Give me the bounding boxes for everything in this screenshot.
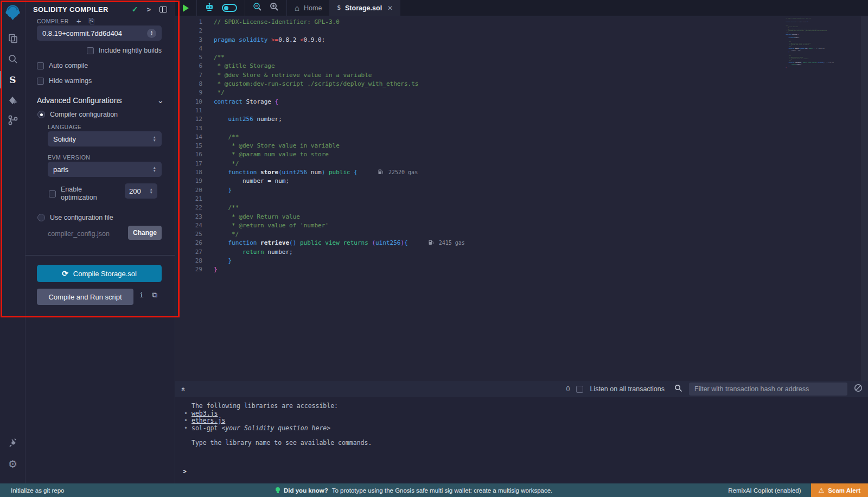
auto-compile-checkbox[interactable] [37, 62, 44, 69]
code-line[interactable]: 13 [175, 124, 465, 133]
plugin-manager-icon[interactable] [0, 434, 25, 453]
code-editor[interactable]: 1// SPDX-License-Identifier: GPL-3.023pr… [175, 16, 868, 381]
copilot-toggle[interactable] [222, 4, 237, 12]
code-line[interactable]: 8 * @custom:dev-run-script ./scripts/dep… [175, 80, 465, 88]
code-line[interactable]: 16 * @param num value to store [786, 44, 851, 46]
change-config-button[interactable]: Change [128, 226, 162, 240]
code-line[interactable]: 5/** [786, 24, 851, 26]
code-line[interactable]: 6 * @title Storage [786, 26, 851, 28]
code-line[interactable]: 15 * @dev Store value in variable [175, 142, 465, 150]
code-line[interactable]: 21 [175, 195, 465, 203]
code-line[interactable]: 15 * @dev Store value in variable [786, 42, 851, 44]
code-line[interactable]: 26 function retrieve() public view retur… [175, 239, 465, 247]
code-line[interactable]: 14 /** [175, 133, 465, 142]
code-line[interactable]: 24 * @return value of 'number' [786, 58, 851, 60]
open-file-icon[interactable]: ⎘ [89, 17, 94, 26]
tab-home[interactable]: ⌂ Home [287, 0, 329, 16]
evm-version-select[interactable]: paris ▲▼ [48, 162, 162, 177]
copy-icon[interactable]: ⧉ [152, 291, 157, 300]
info-icon[interactable]: i [139, 291, 144, 300]
code-line[interactable]: 20 } [175, 186, 465, 195]
remix-logo[interactable] [3, 3, 22, 22]
tab-storage-sol[interactable]: S Storage.sol ✕ [329, 0, 400, 16]
scam-alert-badge[interactable]: ⚠ Scam Alert [811, 483, 868, 497]
compile-button[interactable]: ⟳ Compile Storage.sol [37, 265, 162, 282]
minimap[interactable]: 1// SPDX-License-Identifier: GPL-3.023pr… [786, 17, 851, 289]
terminal[interactable]: The following libraries are accessible:•… [175, 397, 868, 483]
code-line[interactable]: 10contract Storage { [175, 98, 465, 106]
code-line[interactable]: 26 function retrieve() public view retur… [786, 61, 851, 63]
search-icon[interactable] [0, 50, 25, 68]
code-line[interactable]: 3pragma solidity >=0.8.2 <0.9.0; [175, 36, 465, 44]
ai-copilot-robot-icon[interactable] [205, 3, 214, 14]
zoom-out-icon[interactable] [253, 2, 262, 14]
listen-all-transactions-checkbox[interactable] [576, 386, 583, 393]
code-line[interactable]: 22 /** [786, 54, 851, 56]
code-line[interactable]: 23 * @dev Return value [175, 213, 465, 221]
code-line[interactable]: 18 function store(uint256 num) public { … [175, 168, 465, 177]
file-explorer-icon[interactable] [0, 29, 25, 48]
code-line[interactable]: 22 /** [175, 203, 465, 212]
zoom-in-icon[interactable] [270, 2, 279, 14]
code-line[interactable]: 10contract Storage { [786, 33, 851, 35]
close-tab-icon[interactable]: ✕ [387, 4, 393, 12]
code-line[interactable]: 2 [786, 19, 851, 21]
library-link[interactable]: web3.js [192, 410, 218, 417]
code-line[interactable]: 5/** [175, 53, 465, 62]
init-git-repo-button[interactable]: Initialize as git repo [11, 487, 64, 494]
code-line[interactable]: 20 } [786, 51, 851, 53]
chevron-right-icon[interactable]: > [146, 5, 151, 14]
overview-ruler[interactable] [861, 16, 868, 381]
copilot-status[interactable]: RemixAI Copilot (enabled) [728, 487, 801, 494]
include-nightly-checkbox[interactable] [87, 47, 94, 54]
code-line[interactable]: 4 [175, 44, 465, 53]
code-line[interactable]: 17 */ [786, 46, 851, 47]
code-line[interactable]: 2 [175, 27, 465, 35]
code-line[interactable]: 16 * @param num value to store [175, 150, 465, 159]
code-line[interactable]: 6 * @title Storage [175, 62, 465, 71]
split-pane-icon[interactable] [159, 7, 167, 12]
code-line[interactable]: 29} [175, 265, 465, 274]
compile-and-run-button[interactable]: Compile and Run script [37, 289, 133, 305]
code-line[interactable]: 7 * @dev Store & retrieve value in a var… [175, 71, 465, 80]
compiler-version-select[interactable]: 0.8.19+commit.7dd6d404 ▲▼ [37, 26, 162, 41]
run-script-play-button[interactable] [183, 4, 189, 12]
hide-warnings-checkbox[interactable] [37, 78, 44, 85]
add-compiler-icon[interactable]: + [76, 18, 81, 24]
code-line[interactable]: 28 } [175, 257, 465, 265]
deploy-run-icon[interactable] [0, 92, 25, 110]
code-line[interactable]: 27 return number; [175, 248, 465, 257]
code-line[interactable]: 4 [786, 23, 851, 24]
code-line[interactable]: 11 [786, 35, 851, 37]
git-icon[interactable] [0, 111, 25, 130]
solidity-compiler-icon[interactable]: S [0, 71, 25, 89]
code-line[interactable]: 8 * @custom:dev-run-script ./scripts/dep… [786, 30, 851, 31]
clear-terminal-icon[interactable] [854, 384, 863, 394]
code-line[interactable]: 24 * @return value of 'number' [175, 221, 465, 230]
advanced-configurations-header[interactable]: Advanced Configurations ⌄ [37, 95, 164, 105]
code-line[interactable]: 1// SPDX-License-Identifier: GPL-3.0 [175, 18, 465, 27]
compiler-configuration-radio[interactable] [37, 111, 45, 118]
code-line[interactable]: 18 function store(uint256 num) public { … [786, 47, 851, 49]
code-line[interactable]: 1// SPDX-License-Identifier: GPL-3.0 [786, 17, 851, 19]
terminal-prompt[interactable]: > [183, 468, 187, 475]
code-line[interactable]: 28 } [786, 65, 851, 67]
library-link[interactable]: ethers.js [192, 417, 225, 424]
code-line[interactable]: 3pragma solidity >=0.8.2 <0.9.0; [786, 21, 851, 23]
code-line[interactable]: 7 * @dev Store & retrieve value in a var… [786, 28, 851, 30]
code-line[interactable]: 21 [786, 53, 851, 54]
code-line[interactable]: 23 * @dev Return value [786, 56, 851, 58]
code-line[interactable]: 14 /** [786, 40, 851, 42]
transaction-filter-input[interactable] [689, 383, 847, 396]
language-select[interactable]: Solidity ▲▼ [48, 131, 162, 146]
code-line[interactable]: 12 uint256 number; [175, 115, 465, 124]
settings-icon[interactable]: ⚙ [0, 455, 25, 473]
code-line[interactable]: 29} [786, 67, 851, 68]
code-line[interactable]: 12 uint256 number; [786, 37, 851, 39]
use-configuration-file-radio[interactable] [37, 214, 45, 221]
code-line[interactable]: 25 */ [786, 60, 851, 61]
code-line[interactable]: 25 */ [175, 230, 465, 239]
code-line[interactable]: 11 [175, 106, 465, 115]
code-line[interactable]: 27 return number; [786, 63, 851, 65]
optimization-runs-input[interactable]: 200 ▲▼ [125, 183, 157, 199]
